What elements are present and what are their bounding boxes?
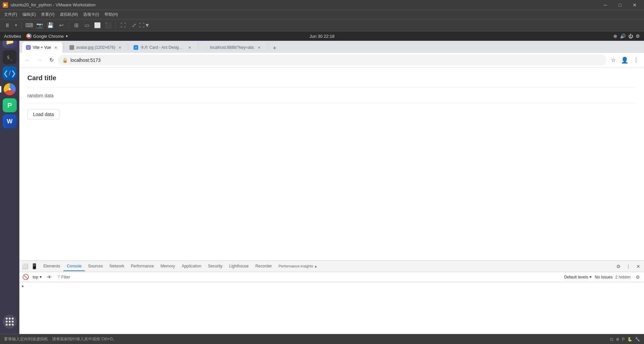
address-text: localhost:5173 bbox=[70, 58, 603, 63]
devtools-tab-console[interactable]: Console bbox=[63, 262, 85, 271]
console-settings-button[interactable]: ⚙ bbox=[633, 273, 642, 281]
send-key-button[interactable]: ⌨ bbox=[24, 21, 34, 30]
chrome-menu-button[interactable]: ⋮ bbox=[631, 55, 641, 66]
address-bar[interactable]: 🔒 localhost:5173 bbox=[58, 55, 607, 66]
devtools-more-button[interactable]: ⋮ bbox=[624, 262, 633, 271]
toolbar-separator-3 bbox=[116, 22, 116, 29]
default-levels-label: Default levels bbox=[564, 275, 588, 279]
context-label: top bbox=[33, 275, 38, 279]
sound-icon[interactable]: 🔊 bbox=[620, 33, 626, 39]
app-name-label: Google Chrome bbox=[33, 34, 64, 39]
chrome-tab-2[interactable]: A 卡片 Card - Ant Design Vue ✕ bbox=[130, 42, 196, 53]
tab-close-active[interactable]: ✕ bbox=[53, 45, 58, 50]
layout3-button[interactable]: ⬜ bbox=[93, 21, 102, 30]
reload-button[interactable]: ↻ bbox=[46, 55, 57, 66]
menu-vm[interactable]: 虚拟机(M) bbox=[57, 10, 80, 19]
filter-label: Filter bbox=[61, 275, 70, 279]
menu-help[interactable]: 帮助(H) bbox=[102, 10, 121, 19]
chrome-tab-1[interactable]: avatar.jpg (1202×676) ✕ bbox=[65, 42, 127, 53]
tab-title-3: localhost:8888/?key=abc bbox=[210, 45, 254, 50]
console-eye-button[interactable]: 👁 bbox=[45, 273, 54, 281]
layout4-button[interactable]: ⬛ bbox=[103, 21, 113, 30]
pause-dropdown[interactable]: ▼ bbox=[13, 21, 19, 30]
minimize-button[interactable]: ─ bbox=[599, 0, 612, 10]
close-button[interactable]: ✕ bbox=[628, 0, 641, 10]
console-chevron[interactable]: ▶ bbox=[22, 284, 24, 288]
fullscreen3-button[interactable]: ⛶▼ bbox=[140, 21, 149, 30]
statusbar-icon-4: 🐍 bbox=[627, 337, 632, 342]
tab-favicon-img bbox=[69, 45, 74, 50]
chrome-tab-active[interactable]: V Vite + Vue ✕ bbox=[22, 42, 62, 53]
sidebar-item-vscode[interactable]: ❮/❯ bbox=[3, 66, 17, 80]
bookmarks-star-button[interactable]: ☆ bbox=[608, 55, 619, 66]
page-content: Card title random data Load data bbox=[19, 68, 644, 260]
devtools-panel: ⬜ 📱 Elements Console Sources Network Per… bbox=[19, 260, 644, 334]
console-clear-button[interactable]: 🚫 bbox=[21, 273, 30, 281]
statusbar-right: ⊡ ⊗ P 🐍 🔧 bbox=[610, 337, 640, 342]
devtools-tab-sources[interactable]: Sources bbox=[85, 262, 106, 271]
devtools-tab-memory[interactable]: Memory bbox=[157, 262, 178, 271]
forward-button[interactable]: → bbox=[34, 55, 45, 66]
tab-close-3[interactable]: ✕ bbox=[256, 45, 262, 50]
sidebar-item-terminal[interactable]: $_ bbox=[3, 50, 17, 64]
restore-button[interactable]: ↩ bbox=[56, 21, 66, 30]
sidebar-item-chrome[interactable] bbox=[3, 82, 17, 96]
apps-grid-icon bbox=[6, 318, 14, 326]
fullscreen-button[interactable]: ⛶ bbox=[119, 21, 128, 30]
sidebar-item-pycharm[interactable]: P bbox=[3, 98, 17, 112]
menu-edit[interactable]: 编辑(E) bbox=[20, 10, 38, 19]
menu-file[interactable]: 文件(F) bbox=[1, 10, 20, 19]
tab-favicon-vite: V bbox=[26, 45, 31, 50]
default-levels-selector[interactable]: Default levels ▼ bbox=[564, 275, 592, 279]
devtools-tab-lighthouse[interactable]: Lighthouse bbox=[226, 262, 252, 271]
menu-view[interactable]: 查看(V) bbox=[38, 10, 57, 19]
account-button[interactable]: 👤 bbox=[619, 55, 630, 66]
devtools-tab-network[interactable]: Network bbox=[106, 262, 128, 271]
pause-button[interactable]: ⏸ bbox=[3, 21, 12, 30]
chrome-tabbar: V Vite + Vue ✕ avatar.jpg (1202×676) ✕ A… bbox=[19, 41, 644, 53]
network-icon[interactable]: ⊗ bbox=[613, 33, 617, 39]
devtools-tab-performance-insights[interactable]: Performance insights ▲ bbox=[275, 262, 320, 271]
screenshot-button[interactable]: 📷 bbox=[35, 21, 44, 30]
activities-button[interactable]: Activities bbox=[4, 34, 21, 39]
no-issues-label: No Issues bbox=[595, 275, 613, 279]
devtools-tab-performance[interactable]: Performance bbox=[128, 262, 157, 271]
devtools-close-button[interactable]: ✕ bbox=[634, 262, 643, 271]
vmware-statusbar: 要将输入定向到该虚拟机，请将鼠标指针移入其中或按 Ctrl+G。 ⊡ ⊗ P 🐍… bbox=[0, 334, 644, 344]
devtools-settings-button[interactable]: ⚙ bbox=[614, 262, 623, 271]
vmware-title: ubuntu20_for_python - VMware Workstation bbox=[11, 2, 599, 7]
settings-icon[interactable]: ⚙ bbox=[636, 33, 640, 39]
app-name-menu[interactable]: Google Chrome ▼ bbox=[26, 33, 68, 39]
devtools-inspect-button[interactable]: ⬜ bbox=[21, 262, 29, 271]
devtools-tab-elements[interactable]: Elements bbox=[40, 262, 63, 271]
toolbar-separator-2 bbox=[68, 22, 69, 29]
layout1-button[interactable]: ⊞ bbox=[71, 21, 81, 30]
hidden-count-label: 2 hidden bbox=[615, 275, 631, 279]
devtools-tab-recorder[interactable]: Recorder bbox=[252, 262, 275, 271]
load-data-button[interactable]: Load data bbox=[27, 109, 59, 119]
context-selector[interactable]: top ▼ bbox=[31, 274, 44, 280]
tab-close-2[interactable]: ✕ bbox=[187, 45, 192, 50]
fullscreen2-button[interactable]: ⤢ bbox=[129, 21, 139, 30]
back-button[interactable]: ← bbox=[22, 55, 33, 66]
maximize-button[interactable]: □ bbox=[613, 0, 627, 10]
devtools-tab-security[interactable]: Security bbox=[205, 262, 226, 271]
card-body: random data bbox=[27, 93, 636, 104]
snapshot-button[interactable]: 💾 bbox=[46, 21, 55, 30]
tab-close-1[interactable]: ✕ bbox=[117, 45, 123, 50]
context-dropdown-icon: ▼ bbox=[39, 275, 42, 279]
layout2-button[interactable]: ▭ bbox=[82, 21, 91, 30]
tab-separator-2 bbox=[128, 43, 128, 50]
show-all-apps-button[interactable] bbox=[3, 315, 17, 329]
devtools-tab-application[interactable]: Application bbox=[178, 262, 205, 271]
menu-tab[interactable]: 选项卡(I) bbox=[80, 10, 101, 19]
sidebar-item-webstorm[interactable]: W bbox=[3, 114, 17, 128]
chrome-tab-3[interactable]: localhost:8888/?key=abc ✕ bbox=[199, 42, 265, 53]
tab-separator-4 bbox=[267, 43, 267, 50]
filter-button[interactable]: ⊤ Filter bbox=[55, 274, 72, 280]
vmware-menubar: 文件(F) 编辑(E) 查看(V) 虚拟机(M) 选项卡(I) 帮助(H) bbox=[0, 10, 644, 19]
new-tab-button[interactable]: + bbox=[270, 43, 279, 53]
tab-favicon-local bbox=[203, 45, 208, 50]
devtools-device-button[interactable]: 📱 bbox=[30, 262, 39, 271]
power-icon[interactable]: ⏻ bbox=[628, 33, 633, 39]
